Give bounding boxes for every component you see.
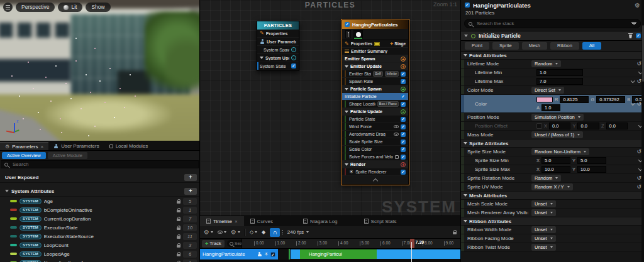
track-row-label[interactable]: HangingParticulate ☀: [200, 249, 278, 259]
module-enabled-checkbox[interactable]: [401, 132, 406, 137]
system-node-row-system-state[interactable]: System State: [257, 62, 299, 70]
chevron-down-icon[interactable]: [631, 79, 635, 82]
tab-script-stats[interactable]: Script Stats: [358, 216, 403, 226]
emitter-node-row-scale-sprite-size[interactable]: Scale Sprite Size: [342, 138, 408, 146]
expander-icon[interactable]: [464, 194, 467, 197]
property-row-lifetime-max[interactable]: Lifetime Max7.0↺: [461, 77, 644, 86]
emitter-node-row-emitter-spawn[interactable]: Emitter Spawn+: [342, 55, 408, 63]
system-node-row-properties[interactable]: ✎Properties: [257, 30, 299, 38]
stack-search-input[interactable]: [475, 20, 628, 27]
dropdown-ribbon-width-mode[interactable]: Unset: [531, 226, 556, 233]
add-user-exposed-button[interactable]: +: [184, 174, 197, 181]
dropdown-color-mode[interactable]: Direct Set: [531, 87, 564, 94]
settings-dropdown[interactable]: ⚙: [204, 229, 213, 236]
emitter-node-row-scale-color[interactable]: Scale Color: [342, 146, 408, 153]
emitter-enabled-checkbox[interactable]: [465, 3, 470, 8]
emitter-node-row-sprite-renderer[interactable]: ☀Sprite Renderer: [342, 168, 408, 176]
details-scrollbar[interactable]: [641, 0, 644, 262]
property-row-lifetime-min[interactable]: Lifetime Min1.0: [461, 68, 644, 77]
value-input[interactable]: 0.8125: [560, 96, 589, 103]
perspective-button[interactable]: Perspective: [16, 3, 55, 12]
value-input[interactable]: 10.0: [577, 166, 606, 173]
emitter-node-row-emitter-state[interactable]: Emitter StateSelfInfinite: [342, 70, 408, 78]
parameters-search[interactable]: [1, 160, 199, 168]
track-enabled-checkbox[interactable]: [270, 252, 275, 257]
expander-icon[interactable]: [464, 35, 468, 37]
module-enabled-checkbox[interactable]: [401, 102, 406, 107]
add-stage-button[interactable]: +Stage: [390, 41, 406, 46]
parameter-row-age[interactable]: SYSTEMAge5: [0, 197, 199, 205]
emitter-node-row-render[interactable]: Render+: [342, 161, 408, 168]
module-enabled-checkbox[interactable]: [401, 94, 406, 99]
expander-icon[interactable]: [464, 54, 467, 57]
initialize-particle-section-header[interactable]: Initialize Particle: [461, 31, 644, 41]
expander-icon[interactable]: [345, 163, 348, 166]
lock-icon[interactable]: [453, 230, 457, 234]
filter-tab-mesh[interactable]: Mesh: [522, 42, 547, 50]
property-row-mesh-scale-mode[interactable]: Mesh Scale ModeUnset: [461, 200, 644, 209]
expander-icon[interactable]: [345, 65, 348, 68]
property-row-sprite-rotation-mode[interactable]: Sprite Rotation ModeRandom↺: [461, 174, 644, 183]
value-input[interactable]: 5.0: [577, 157, 606, 164]
stack-search[interactable]: [464, 19, 641, 28]
property-row-position-offset[interactable]: Position OffsetX0.0Y0.0Z0.0: [461, 122, 644, 131]
expander-icon[interactable]: [464, 220, 467, 222]
property-row-sprite-size-max[interactable]: Sprite Size MaxX10.0Y10.0: [461, 165, 644, 174]
sprite-material-thumbnail[interactable]: [353, 30, 363, 39]
system-node-row-system-spawn[interactable]: System Spawn·: [257, 46, 299, 54]
timeline-ruler[interactable]: 0.001.002.003.004.005.006.007.008.009.00…: [242, 239, 460, 248]
chevron-down-icon[interactable]: [631, 101, 635, 105]
value-input[interactable]: 1.0: [541, 104, 560, 111]
property-row-mesh-renderer-array-visib[interactable]: Mesh Renderer Array Visib:Unset: [461, 209, 644, 217]
expander-icon[interactable]: [345, 88, 348, 90]
parameter-row-normalizedloopage[interactable]: SYSTEMNormalizedLoopAge1: [0, 258, 199, 262]
value-input[interactable]: 0.0: [577, 123, 599, 129]
expander-icon[interactable]: [345, 111, 348, 113]
expander-icon[interactable]: [5, 190, 9, 192]
property-row-sprite-size-min[interactable]: Sprite Size MinX5.0Y5.0: [461, 156, 644, 165]
emitter-enabled-checkbox[interactable]: [345, 22, 350, 27]
tab-timeline[interactable]: Timeline×: [200, 216, 244, 226]
pin-icon[interactable]: ·: [291, 55, 296, 60]
value-input[interactable]: 7.0: [536, 78, 583, 85]
view-options-dropdown[interactable]: [218, 231, 226, 234]
tab-local-modules[interactable]: Local Modules: [104, 142, 153, 150]
property-row-color[interactable]: ColorR0.8125G0.373292B0.556907A1.0↺: [461, 95, 644, 113]
dropdown-lifetime-mode[interactable]: Random: [531, 60, 561, 67]
playhead-line[interactable]: [411, 242, 412, 262]
module-enabled-checkbox[interactable]: [636, 33, 641, 38]
more-options-icon[interactable]: [282, 230, 283, 235]
reset-icon[interactable]: ↺: [636, 149, 641, 155]
parameter-row-loopcount[interactable]: SYSTEMLoopCount3: [0, 241, 199, 249]
module-enabled-checkbox[interactable]: [401, 170, 406, 175]
add-module-icon[interactable]: +: [401, 64, 406, 69]
expander-icon[interactable]: [464, 142, 467, 145]
gear-icon[interactable]: ⚙: [635, 2, 640, 9]
value-input[interactable]: 1.0: [536, 69, 583, 76]
tab-niagara-log[interactable]: Niagara Log: [297, 216, 344, 226]
value-input[interactable]: 0.373292: [596, 96, 625, 103]
system-node[interactable]: PARTICLES ✎PropertiesUser ParametersSyst…: [257, 21, 299, 71]
module-enabled-checkbox[interactable]: [401, 72, 406, 77]
reset-icon[interactable]: ↺: [636, 79, 641, 84]
filter-tab-point[interactable]: Point: [465, 42, 489, 50]
add-track-button[interactable]: +Track: [202, 240, 225, 248]
lit-mode-button[interactable]: Lit: [58, 3, 82, 12]
reset-icon[interactable]: ↺: [636, 61, 641, 67]
emitter-node-row-emitter-update[interactable]: Emitter Update+: [342, 63, 408, 70]
property-row-sprite-size-mode[interactable]: Sprite Size ModeRandom Non-Uniform↺: [461, 148, 644, 156]
module-enabled-checkbox[interactable]: [401, 79, 406, 84]
parameters-search-input[interactable]: [11, 161, 195, 168]
delete-module-icon[interactable]: [628, 33, 633, 39]
module-enabled-checkbox[interactable]: [401, 147, 406, 152]
property-row-ribbon-facing-mode[interactable]: Ribbon Facing ModeUnset: [461, 234, 644, 243]
dropdown-mesh-renderer-array-visib[interactable]: Unset: [531, 209, 556, 216]
emitter-loop-bar[interactable]: HangingParticul: [300, 249, 377, 259]
viewport-menu-icon[interactable]: [3, 3, 13, 12]
keyframe-options-dropdown[interactable]: ◇: [250, 229, 257, 235]
emitter-node-row-solve-forces-and-velocity[interactable]: Solve Forces and Velocity: [342, 153, 408, 161]
color-swatch[interactable]: [536, 97, 553, 102]
module-enabled-checkbox[interactable]: [401, 155, 406, 160]
module-enabled-checkbox[interactable]: [401, 117, 406, 122]
emitter-node-row-particle-spawn[interactable]: Particle Spawn+: [342, 85, 408, 93]
